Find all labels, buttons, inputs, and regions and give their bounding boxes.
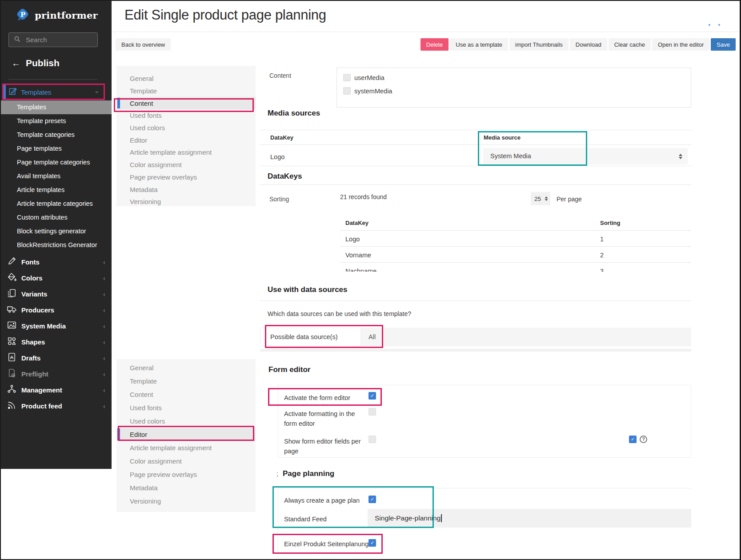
sidebar-section-drafts[interactable]: Drafts‹: [1, 350, 112, 366]
sidebar-item-templates[interactable]: Templates: [1, 100, 112, 114]
sidebar-item-block-settings-generator[interactable]: Block settings generator: [1, 224, 112, 238]
sidebar-item-template-categories[interactable]: Template categories: [1, 128, 112, 142]
download-button[interactable]: Download: [570, 38, 607, 51]
subnav-item-general[interactable]: General: [116, 361, 256, 374]
subnav-item-color-assignment[interactable]: Color assignment: [116, 454, 256, 468]
standard-feed-value: Single-Page-planning: [375, 514, 441, 522]
chevron-left-icon[interactable]: ‹: [103, 322, 105, 330]
chevron-left-icon[interactable]: ‹: [103, 274, 105, 282]
media-source-row-datakey: Logo: [270, 153, 284, 160]
search-icon: [13, 35, 21, 45]
section-label: Templates: [21, 88, 96, 96]
subnav-item-article-template-assignment[interactable]: Article template assignment: [116, 146, 256, 159]
chevron-left-icon[interactable]: ‹: [103, 370, 105, 378]
media-source-select[interactable]: System Media: [483, 148, 688, 164]
sidebar-section-system-media[interactable]: System Media‹: [1, 318, 112, 334]
search-box[interactable]: [8, 32, 98, 47]
einzel-produkt-checkbox[interactable]: ✓: [368, 539, 376, 547]
subnav-item-label: Color assignment: [130, 457, 182, 465]
subnav-item-general[interactable]: General: [116, 72, 256, 85]
standard-feed-input[interactable]: Single-Page-planning: [368, 509, 691, 528]
subnav-item-editor[interactable]: Editor: [116, 428, 256, 441]
chevron-down-icon[interactable]: ›: [94, 91, 101, 93]
sidebar-section-preflight[interactable]: Preflight‹: [1, 366, 112, 382]
back-to-publish[interactable]: ← Publish: [12, 58, 60, 68]
subnav-item-metadata[interactable]: Metadata: [116, 183, 256, 196]
sidebar-item-custom-attributes[interactable]: Custom attributes: [1, 211, 112, 224]
per-page-select[interactable]: 25: [531, 192, 550, 205]
subnav-item-label: Editor: [130, 431, 147, 438]
subnav-item-used-colors[interactable]: Used colors: [116, 414, 256, 428]
subnav-item-content[interactable]: Content: [116, 388, 256, 401]
always-create-page-plan-checkbox[interactable]: ✓: [368, 496, 376, 503]
sidebar-section-shapes[interactable]: Shapes‹: [1, 334, 112, 350]
sidebar-item-template-presets[interactable]: Template presets: [1, 114, 112, 128]
subnav-item-label: General: [130, 75, 153, 82]
sidebar-item-article-template-categories[interactable]: Article template categories: [1, 197, 112, 211]
sidebar-section-product-feed[interactable]: Product feed‹: [1, 398, 112, 414]
possible-data-sources-row: Possible data source(s) All: [260, 328, 691, 346]
subnav-item-article-template-assignment[interactable]: Article template assignment: [116, 441, 256, 454]
subnav-item-label: Template: [130, 377, 157, 385]
import-thumbnails-button[interactable]: import Thumbnails: [509, 38, 569, 51]
sidebar-section-templates[interactable]: Templates ›: [2, 85, 105, 99]
chevron-left-icon[interactable]: ‹: [103, 290, 105, 298]
open-in-the-editor-button[interactable]: Open in the editor: [652, 38, 709, 51]
subnav-item-label: Article template assignment: [130, 444, 212, 452]
chevron-left-icon[interactable]: ‹: [103, 306, 105, 314]
subnav-item-label: General: [130, 364, 153, 372]
always-create-page-plan-label: Always create a page plan: [284, 497, 360, 504]
subnav-item-versioning[interactable]: Versioning: [116, 196, 256, 208]
subnav-item-page-preview-overlays[interactable]: Page preview overlays: [116, 171, 256, 184]
content-option-usermedia: ✓userMedia: [343, 74, 691, 81]
sorting-cell: 2: [600, 252, 604, 259]
checkbox-unchecked[interactable]: ✓: [343, 87, 351, 95]
delete-button[interactable]: Delete: [421, 38, 449, 51]
chevron-left-icon[interactable]: ‹: [103, 338, 105, 346]
sidebar-item-avail-templates[interactable]: Avail templates: [1, 169, 112, 183]
subnav-item-used-fonts[interactable]: Used fonts: [116, 401, 256, 414]
sidebar-section-variants[interactable]: Variants‹: [1, 286, 112, 302]
form-editor-row-label: Show form editor fields per page: [284, 436, 362, 456]
form-editor-checkbox-show-form-editor-fields-per-page[interactable]: ✓: [368, 436, 376, 443]
sidebar-section-management[interactable]: Management‹: [1, 382, 112, 398]
chevron-left-icon[interactable]: ‹: [103, 386, 105, 394]
form-editor-checkbox-activate-formatting-in-the-form-editor[interactable]: ✓: [368, 408, 376, 416]
chevron-left-icon[interactable]: ‹: [103, 354, 105, 362]
subnav-item-content[interactable]: Content: [116, 97, 256, 109]
subnav-item-used-colors[interactable]: Used colors: [116, 122, 256, 134]
clear-cache-button[interactable]: Clear cache: [609, 38, 651, 51]
sidebar-item-article-templates[interactable]: Article templates: [1, 183, 112, 197]
form-editor-help-checkbox[interactable]: ✓: [629, 436, 637, 443]
back-to-overview-button[interactable]: Back to overview: [116, 38, 171, 51]
form-editor-checkbox-activate-the-form-editor[interactable]: ✓: [368, 392, 376, 400]
sidebar-section-colors[interactable]: Colors‹: [1, 270, 112, 286]
sidebar-item-page-templates[interactable]: Page templates: [1, 142, 112, 156]
subnav-item-color-assignment[interactable]: Color assignment: [116, 159, 256, 171]
section-divider: [260, 300, 691, 301]
checkbox-unchecked[interactable]: ✓: [343, 74, 351, 81]
chevron-left-icon[interactable]: ‹: [103, 402, 105, 410]
shapes-icon: [7, 336, 17, 348]
subnav-item-page-preview-overlays[interactable]: Page preview overlays: [116, 468, 256, 481]
sidebar-section-fonts[interactable]: Fonts‹: [1, 254, 112, 270]
sidebar-item-blockrestrictions-generator[interactable]: BlockRestrictions Generator: [1, 238, 112, 252]
subnav-item-editor[interactable]: Editor: [116, 134, 256, 146]
use-as-a-template-button[interactable]: Use as a template: [450, 38, 508, 51]
active-section-bar: [2, 85, 6, 99]
sidebar-item-page-template-categories[interactable]: Page template categories: [1, 156, 112, 169]
subnav-item-template[interactable]: Template: [116, 85, 256, 97]
subnav-item-versioning[interactable]: Versioning: [116, 494, 256, 508]
sorting-label: Sorting: [269, 196, 289, 203]
select-stepper-icon: [545, 196, 548, 201]
table-line: [340, 246, 691, 247]
subnav-item-template[interactable]: Template: [116, 374, 256, 388]
chevron-left-icon[interactable]: ‹: [103, 258, 105, 266]
sidebar-section-producers[interactable]: Producers‹: [1, 302, 112, 318]
save-button[interactable]: Save: [711, 38, 736, 51]
question-mark-icon[interactable]: ?: [640, 436, 647, 443]
search-input[interactable]: [25, 36, 89, 44]
subnav-item-metadata[interactable]: Metadata: [116, 481, 256, 494]
subnav-item-used-fonts[interactable]: Used fonts: [116, 109, 256, 122]
use-with-data-sources-heading: Use with data sources: [268, 285, 348, 294]
